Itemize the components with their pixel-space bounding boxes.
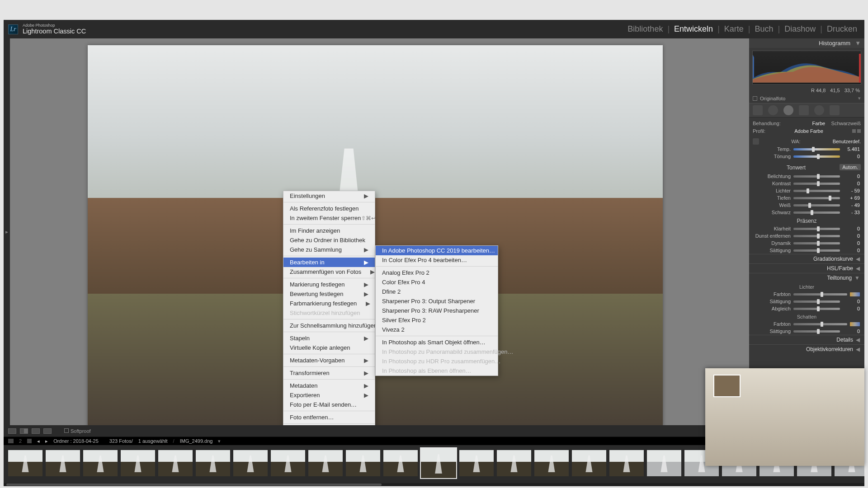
filmstrip-nav-prev-icon[interactable]: ◂ [37,438,40,444]
before-after-split-icon[interactable] [32,428,40,434]
slider-schwarz[interactable]: Schwarz - 33 [749,209,864,216]
grid-icon[interactable] [27,439,32,443]
filmstrip-thumbnail[interactable] [609,449,645,477]
color-swatch-icon[interactable] [850,322,860,326]
wb-dropdown[interactable]: Benutzerdef. [833,139,861,144]
slider-sättigung[interactable]: Sättigung 0 [749,247,864,254]
menu-item[interactable]: Als Referenzfoto festlegen [283,204,375,213]
slider-lichter[interactable]: Lichter - 59 [749,187,864,194]
module-drucken[interactable]: Drucken [827,24,857,34]
menu-item[interactable]: Sharpener Pro 3: Output Sharpener [376,296,498,306]
filmstrip-thumbnail[interactable] [533,449,570,477]
menu-item[interactable]: In Photoshop als Smart Objekt öffnen… [376,338,498,347]
slider-tönung[interactable]: Tönung 0 [749,153,864,160]
split-slider-farbton[interactable]: Farbton [749,320,864,328]
slider-weiß[interactable]: Weiß - 49 [749,202,864,209]
menu-item[interactable]: Stapeln▶ [283,333,375,343]
filmstrip-thumbnail[interactable] [307,449,344,477]
menu-item[interactable]: Analog Efex Pro 2 [376,268,498,277]
menu-item[interactable]: Farbmarkierung festlegen▶ [283,299,375,308]
menu-item[interactable]: Viveza 2 [376,325,498,334]
menu-item[interactable]: Markierung festlegen▶ [283,280,375,289]
filmstrip-thumbnail[interactable] [571,449,607,477]
split-slider-sättigung[interactable]: Sättigung 0 [749,298,864,305]
spot-removal-tool-icon[interactable] [768,105,778,115]
slider-dunst entfernen[interactable]: Dunst entfernen 0 [749,232,864,239]
color-swatch-icon[interactable] [850,292,860,296]
panel-teiltonung[interactable]: Teiltonung▼ [749,273,864,282]
panel-hsl-farbe[interactable]: HSL/Farbe◀ [749,263,864,273]
menu-item[interactable]: Foto per E-Mail senden… [283,400,375,409]
split-slider-farbton[interactable]: Farbton [749,291,864,298]
filmstrip-thumbnail[interactable] [382,449,419,477]
treatment-color[interactable]: Farbe [812,121,826,126]
slider-tiefen[interactable]: Tiefen + 69 [749,194,864,202]
filmstrip-thumbnail[interactable] [646,449,682,477]
slider-kontrast[interactable]: Kontrast 0 [749,180,864,187]
filmstrip-thumbnail[interactable] [345,449,381,477]
slider-abgleich[interactable]: Abgleich 0 [749,305,864,312]
profile-grid-icon[interactable] [852,129,856,133]
module-buch[interactable]: Buch [755,24,774,34]
menu-item[interactable]: Metadaten-Vorgaben▶ [283,356,375,365]
filmstrip-thumbnail[interactable] [232,449,269,477]
filmstrip-thumbnail[interactable] [45,449,81,477]
menu-item[interactable]: Foto entfernen… [283,413,375,422]
menu-item[interactable]: In Color Efex Pro 4 bearbeiten… [376,255,498,265]
reference-view-icon[interactable] [43,428,52,434]
slider-belichtung[interactable]: Belichtung 0 [749,173,864,180]
menu-item[interactable]: Zusammenfügen von Fotos▶ [283,267,375,277]
redeye-tool-icon[interactable] [783,105,793,115]
menu-item[interactable]: Zur Schnellsammlung hinzufügenB [283,321,375,330]
menu-item[interactable]: Im Finder anzeigen [283,226,375,235]
crop-tool-icon[interactable] [753,105,763,115]
menu-item[interactable]: In Adobe Photoshop CC 2019 bearbeiten… [376,246,498,255]
graduated-filter-tool-icon[interactable] [799,105,809,115]
module-entwickeln[interactable]: Entwickeln [674,24,713,34]
filmstrip-thumbnail[interactable] [7,449,43,477]
tone-auto-button[interactable]: Autom. [840,164,861,170]
filmstrip-thumbnail[interactable] [82,449,118,477]
left-panel-collapsed[interactable]: ▸ [4,38,10,425]
menu-item[interactable]: Dfine 2 [376,287,498,296]
menu-item[interactable]: Color Efex Pro 4 [376,277,498,287]
loupe-view-icon[interactable] [8,428,16,434]
filmstrip-thumbnail[interactable] [195,449,231,477]
menu-item[interactable]: Gehe zu Ordner in Bibliothek [283,235,375,245]
menu-item[interactable]: Einstellungen▶ [283,191,375,201]
menu-item[interactable]: Gehe zu Sammlung▶ [283,245,375,254]
filmstrip-nav-next-icon[interactable]: ▸ [45,438,48,444]
adjustment-brush-tool-icon[interactable] [830,105,840,115]
filmstrip-scrollbar[interactable] [4,483,864,486]
module-diashow[interactable]: Diashow [784,24,816,34]
panel-objektivkorrekturen[interactable]: Objektivkorrekturen◀ [749,344,864,354]
filmstrip-thumbnail[interactable] [458,449,495,477]
secondary-monitor-icon[interactable] [8,439,14,443]
filmstrip-thumbnail[interactable] [270,449,306,477]
filmstrip-thumbnail[interactable] [120,449,156,477]
panel-histogram-header[interactable]: Histogramm▼ [749,38,864,48]
menu-item[interactable]: Bearbeiten in▶ [283,258,375,267]
eyedropper-icon[interactable] [753,138,759,145]
radial-filter-tool-icon[interactable] [814,105,824,115]
treatment-bw[interactable]: Schwarzweiß [831,121,861,126]
module-bibliothek[interactable]: Bibliothek [627,24,663,34]
menu-item[interactable]: Silver Efex Pro 2 [376,315,498,325]
menu-item[interactable]: Transformieren▶ [283,368,375,378]
profile-value[interactable]: Adobe Farbe [794,128,823,134]
module-karte[interactable]: Karte [724,24,744,34]
panel-details[interactable]: Details◀ [749,335,864,344]
softproof-toggle[interactable]: Softproof [64,428,91,434]
filmstrip-thumbnail[interactable] [496,449,532,477]
filmstrip-thumbnail[interactable] [157,449,193,477]
menu-item[interactable]: In zweitem Fenster sperren⇧⌘↩ [283,213,375,223]
panel-gradationskurve[interactable]: Gradationskurve◀ [749,254,864,263]
filmstrip-thumbnail[interactable] [420,447,457,479]
menu-item[interactable]: Metadaten▶ [283,381,375,390]
originalfoto-checkbox[interactable] [753,96,757,101]
before-after-view-icon[interactable] [20,428,28,434]
slider-temp.[interactable]: Temp. 5.481 [749,145,864,153]
menu-item[interactable]: Sharpener Pro 3: RAW Presharpener [376,306,498,315]
split-slider-sättigung[interactable]: Sättigung 0 [749,328,864,335]
slider-klarheit[interactable]: Klarheit 0 [749,225,864,232]
